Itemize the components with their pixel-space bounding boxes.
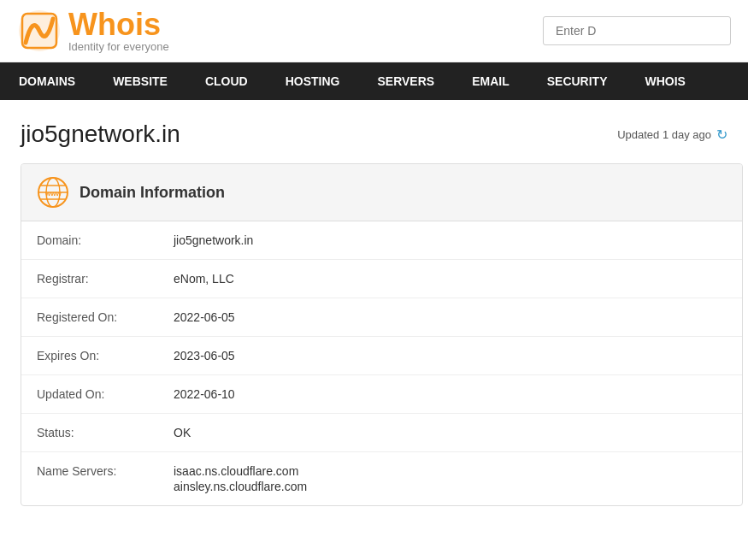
table-row: Registered On: 2022-06-05 (21, 298, 742, 337)
value-domain: jio5gnetwork.in (174, 233, 727, 247)
label-updated-on: Updated On: (37, 387, 174, 401)
logo-tagline-text: Identity for everyone (68, 40, 169, 53)
nav-whois[interactable]: WHOIS (627, 62, 704, 100)
value-status: OK (174, 426, 727, 439)
label-expires-on: Expires On: (37, 349, 174, 363)
nameserver-2: ainsley.ns.cloudflare.com (174, 480, 727, 493)
value-registered-on: 2022-06-05 (174, 310, 727, 324)
nav-servers[interactable]: SERVERS (358, 62, 453, 100)
header: Whois Identity for everyone (0, 0, 748, 62)
nav-website[interactable]: WEBSITE (94, 62, 186, 100)
nameserver-1: isaac.ns.cloudflare.com (174, 464, 727, 478)
value-name-servers: isaac.ns.cloudflare.com ainsley.ns.cloud… (174, 464, 727, 493)
main-content: jio5gnetwork.in Updated 1 day ago ↻ www … (0, 100, 748, 506)
logo-area: Whois Identity for everyone (17, 9, 169, 53)
nav-domains[interactable]: DOMAINS (0, 62, 94, 100)
table-row: Domain: jio5gnetwork.in (21, 221, 742, 260)
value-updated-on: 2022-06-10 (174, 387, 727, 401)
card-header: www Domain Information (21, 164, 742, 221)
domain-title: jio5gnetwork.in (21, 121, 180, 148)
www-icon: www (37, 176, 69, 209)
nav-cloud[interactable]: CLOUD (186, 62, 267, 100)
table-row: Name Servers: isaac.ns.cloudflare.com ai… (21, 452, 742, 505)
refresh-icon[interactable]: ↻ (716, 127, 727, 143)
label-registrar: Registrar: (37, 272, 174, 286)
value-expires-on: 2023-06-05 (174, 349, 727, 363)
label-registered-on: Registered On: (37, 310, 174, 324)
logo-whois-text: Whois (68, 9, 169, 40)
label-name-servers: Name Servers: (37, 464, 174, 478)
updated-badge: Updated 1 day ago ↻ (617, 127, 727, 143)
logo-text: Whois Identity for everyone (68, 9, 169, 53)
value-registrar: eNom, LLC (174, 272, 727, 286)
domain-title-row: jio5gnetwork.in Updated 1 day ago ↻ (21, 121, 727, 148)
nav-hosting[interactable]: HOSTING (267, 62, 359, 100)
logo-icon (17, 9, 62, 53)
nav-security[interactable]: SECURITY (528, 62, 627, 100)
label-domain: Domain: (37, 233, 174, 247)
label-status: Status: (37, 426, 174, 439)
svg-text:www: www (44, 190, 62, 197)
search-input[interactable] (543, 16, 731, 45)
table-row: Expires On: 2023-06-05 (21, 337, 742, 375)
card-header-title: Domain Information (80, 184, 225, 202)
updated-text: Updated 1 day ago (617, 128, 711, 141)
table-row: Registrar: eNom, LLC (21, 260, 742, 298)
header-search[interactable] (543, 16, 731, 45)
domain-card: www Domain Information Domain: jio5gnetw… (21, 163, 743, 506)
info-table: Domain: jio5gnetwork.in Registrar: eNom,… (21, 221, 742, 505)
table-row: Updated On: 2022-06-10 (21, 375, 742, 414)
table-row: Status: OK (21, 414, 742, 452)
nav-email[interactable]: EMAIL (453, 62, 528, 100)
main-nav: DOMAINS WEBSITE CLOUD HOSTING SERVERS EM… (0, 62, 748, 100)
